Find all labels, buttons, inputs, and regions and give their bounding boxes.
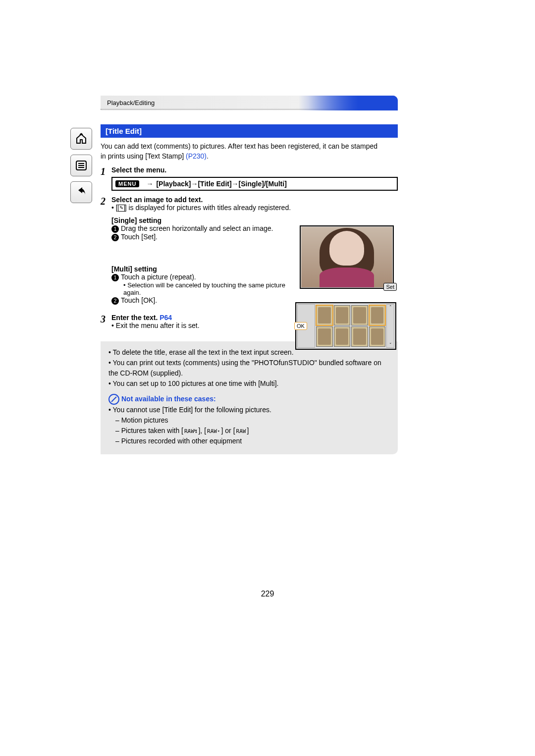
step-2-note: [✎] is displayed for pictures with title… [111,204,398,212]
note-2: You can print out texts (comments) using… [108,358,390,378]
thumbnail[interactable] [369,305,386,325]
set-button[interactable]: Set [383,283,397,291]
back-icon-button[interactable] [70,181,92,203]
sidebar-nav [70,128,93,208]
thumbnail[interactable] [351,326,368,347]
raw-icon: RAW [235,428,247,436]
thumbnail[interactable] [334,305,351,325]
thumbnail-grid [316,305,385,347]
scroll-down-icon[interactable]: ˅ [389,342,392,347]
arrow-icon: → [146,180,153,188]
home-icon [75,133,87,145]
multi-setting-screenshot: OK ˄ ˅ [295,302,396,350]
prohibit-icon [108,394,119,405]
intro-line1: You can add text (comments) to pictures.… [101,142,377,150]
scroll-up-icon[interactable]: ˄ [389,305,392,310]
notes-box: To delete the title, erase all the text … [101,341,398,454]
step-3-number: 3 [101,314,111,329]
intro-line2a: in prints using [Text Stamp] [101,152,186,160]
not-available-intro: You cannot use [Title Edit] for the foll… [108,405,390,415]
thumbnail-scrollbar[interactable]: ˄ ˅ [386,304,394,348]
single-setting-title: [Single] setting [111,216,398,224]
step-3-title-a: Enter the text. [111,314,160,322]
step-2-number: 2 [101,196,111,304]
intro-text: You can add text (comments) to pictures.… [101,142,398,161]
home-icon-button[interactable] [70,128,92,150]
raw-standard-icon: RAW⋆ [206,428,221,436]
intro-line2b: . [207,152,209,160]
note-3: You can set up to 100 pictures at one ti… [108,378,390,389]
na-item-3: – Pictures recorded with other equipment [115,436,390,446]
breadcrumb: Playback/Editing [107,99,155,107]
menu-path-box: MENU → [Playback]→[Title Edit]→[Single]/… [111,177,398,191]
step-2-title: Select an image to add text. [111,196,398,204]
step-1-title: Select the menu. [111,166,166,174]
text-stamp-link[interactable]: (P230) [186,152,207,160]
menu-chip: MENU [115,180,139,187]
thumbnail[interactable] [369,326,386,347]
title-registered-icon: ✎ [118,205,125,212]
ok-button[interactable]: OK [294,322,307,330]
thumbnail[interactable] [316,305,333,325]
contents-icon-button[interactable] [70,155,92,176]
thumbnail[interactable] [351,305,368,325]
back-arrow-icon [75,186,87,198]
thumbnail[interactable] [334,326,351,347]
page-number: 229 [0,590,535,598]
step-1: 1 Select the menu. MENU → [Playback]→[Ti… [101,166,398,191]
section-title: [Title Edit] [101,124,398,138]
breadcrumb-bar: Playback/Editing [101,96,398,110]
na-item-1: – Motion pictures [115,415,390,426]
na-item-2: – Pictures taken with [RAW↯], [RAW⋆] or … [115,426,390,436]
not-available-title: Not available in these cases: [108,394,390,405]
menu-path: [Playback]→[Title Edit]→[Single]/[Multi] [156,180,286,188]
raw-fine-icon: RAW↯ [183,428,199,436]
lines-icon [75,160,87,171]
p64-link[interactable]: P64 [160,314,172,322]
single-setting-screenshot: Set [300,225,394,289]
multi-step-1-sub: Selection will be canceled by touching t… [123,281,292,296]
step-1-number: 1 [101,166,111,191]
thumbnail[interactable] [316,326,333,347]
